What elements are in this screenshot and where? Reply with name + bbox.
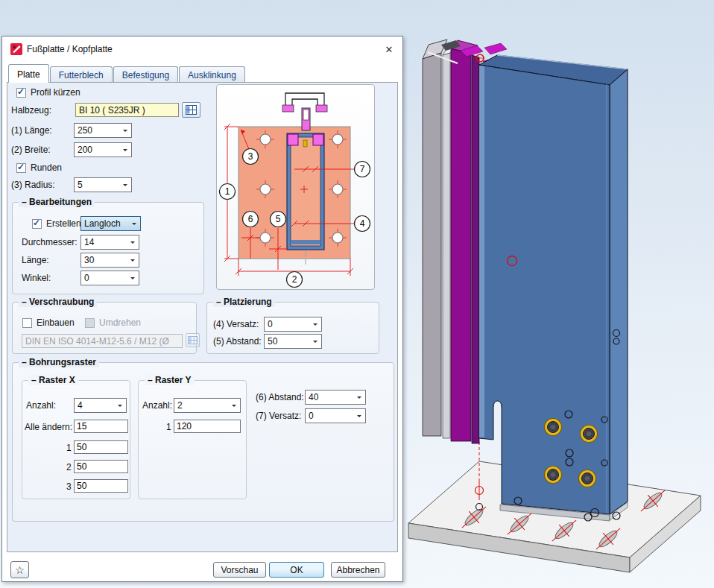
raster-x-title: Raster X [28, 375, 78, 385]
raster-y-row1-input[interactable] [174, 420, 241, 433]
raster-x-anzahl-value: 4 [78, 400, 116, 411]
radius-label: (3) Radius: [11, 180, 55, 190]
breite-value: 200 [78, 145, 121, 155]
plate-schematic: 1 2 3 4 5 6 7 [217, 85, 375, 290]
erstellen-checkbox[interactable] [32, 219, 42, 229]
winkel-combobox[interactable]: 0 [80, 271, 139, 285]
einbauen-checkbox[interactable] [22, 318, 32, 328]
raster-x-row1-index: 1 [66, 443, 72, 453]
versatz4-value: 0 [268, 319, 311, 329]
chevron-down-icon [357, 415, 361, 420]
collapse-icon [216, 297, 224, 307]
raster-x-row3-index: 3 [66, 481, 72, 492]
breite-combobox[interactable]: 200 [74, 142, 132, 157]
ok-button[interactable]: OK [269, 562, 324, 578]
collapse-icon [31, 375, 39, 385]
raster-x-row2-index: 2 [66, 462, 72, 472]
raster-x-anzahl-label: Anzahl: [26, 400, 56, 411]
app-logo-icon [10, 43, 22, 55]
versatz4-combobox[interactable]: 0 [264, 317, 322, 332]
halbzeug-label: Halbzeug: [11, 105, 51, 116]
chevron-down-icon [130, 277, 135, 282]
durchmesser-combobox[interactable]: 14 [80, 235, 139, 250]
bearbeitung-laenge-combobox[interactable]: 30 [80, 253, 139, 268]
bearbeitungen-title: Bearbeitungen [19, 197, 95, 207]
umdrehen-checkbox [85, 318, 95, 328]
halbzeug-field[interactable]: BI 10 ( S235JR ) [75, 103, 179, 117]
balloon-7: 7 [360, 164, 365, 174]
schraube-field: DIN EN ISO 4014-M12-5.6 / M12 (Ø [22, 334, 183, 348]
raster-x-row3-input[interactable] [74, 479, 128, 493]
dialog-title: Fußplatte / Kopfplatte [27, 44, 113, 54]
laenge-combobox[interactable]: 250 [74, 123, 132, 138]
halbzeug-value: BI 10 ( S235JR ) [79, 105, 145, 116]
chevron-down-icon [132, 223, 136, 227]
tab-ausklinkung[interactable]: Ausklinkung [179, 66, 245, 83]
chevron-down-icon [130, 241, 135, 246]
collapse-icon [22, 297, 29, 307]
abstand5-label: (5) Abstand: [213, 336, 262, 347]
vorschau-label: Vorschau [221, 565, 258, 575]
raster-y-title: Raster Y [145, 375, 195, 385]
bearbeitung-art-combobox[interactable]: Langloch [80, 216, 141, 231]
vorschau-button[interactable]: Vorschau [213, 562, 266, 578]
tab-befestigung[interactable]: Befestigung [113, 66, 178, 83]
chevron-down-icon [123, 149, 127, 154]
bearbeitung-laenge-label: Länge: [22, 255, 49, 265]
raster-y-anzahl-value: 2 [177, 400, 230, 411]
abstand6-label: (6) Abstand: [256, 392, 304, 402]
versatz7-label: (7) Versatz: [256, 411, 301, 421]
chevron-down-icon [357, 396, 361, 401]
halbzeug-catalog-button[interactable] [182, 102, 200, 118]
abstand5-combobox[interactable]: 50 [264, 334, 322, 349]
tab-futterblech[interactable]: Futterblech [50, 66, 113, 83]
runden-checkbox[interactable] [16, 163, 26, 173]
chevron-down-icon [232, 405, 236, 409]
close-icon[interactable]: ✕ [380, 41, 398, 59]
star-icon: ☆ [15, 565, 25, 575]
versatz7-value: 0 [309, 411, 355, 421]
catalog-icon [186, 105, 197, 115]
dialog-titlebar[interactable]: Fußplatte / Kopfplatte ✕ [2, 37, 402, 63]
raster-y-anzahl-combobox[interactable]: 2 [174, 398, 241, 413]
verschraubung-title: Verschraubung [19, 297, 97, 307]
radius-combobox[interactable]: 5 [74, 177, 132, 192]
durchmesser-value: 14 [84, 237, 128, 247]
versatz4-label: (4) Versatz: [213, 319, 259, 329]
versatz7-combobox[interactable]: 0 [305, 408, 366, 423]
column-blue-plate [479, 55, 628, 521]
collapse-icon [22, 197, 29, 207]
bohrungsraster-title: Bohrungsraster [19, 357, 99, 367]
raster-x-row2-input[interactable] [74, 460, 128, 473]
tab-strip: Platte Futterblech Befestigung Ausklinku… [8, 64, 246, 83]
einbauen-label: Einbauen [37, 317, 75, 328]
catalog-icon [188, 336, 198, 344]
chevron-down-icon [118, 405, 122, 409]
abstand6-value: 40 [309, 392, 355, 402]
chevron-down-icon [313, 323, 317, 328]
raster-x-row1-input[interactable] [74, 440, 128, 454]
balloon-5: 5 [276, 214, 281, 224]
balloon-1: 1 [225, 186, 230, 197]
alle-aendern-label: Alle ändern: [25, 422, 72, 432]
schraube-value: DIN EN ISO 4014-M12-5.6 / M12 (Ø [25, 336, 169, 347]
erstellen-label: Erstellen [46, 218, 81, 229]
chevron-down-icon [130, 259, 135, 264]
platzierung-title: Platzierung [213, 297, 275, 307]
laenge-label: (1) Länge: [11, 125, 52, 136]
tab-platte[interactable]: Platte [8, 64, 49, 83]
breite-label: (2) Breite: [11, 145, 51, 155]
profil-kuerzen-label: Profil kürzen [31, 87, 80, 98]
profil-kuerzen-checkbox[interactable] [16, 88, 26, 98]
chevron-down-icon [313, 341, 317, 345]
bearbeitung-laenge-value: 30 [84, 255, 128, 265]
alle-aendern-input[interactable] [74, 420, 128, 433]
collapse-icon [148, 375, 155, 385]
balloon-3: 3 [248, 151, 253, 162]
chevron-down-icon [123, 130, 127, 134]
raster-x-anzahl-combobox[interactable]: 4 [74, 398, 127, 413]
abbrechen-button[interactable]: Abbrechen [331, 562, 385, 578]
abstand5-value: 50 [268, 336, 311, 347]
abstand6-combobox[interactable]: 40 [305, 390, 366, 405]
favorites-button[interactable]: ☆ [10, 561, 29, 578]
